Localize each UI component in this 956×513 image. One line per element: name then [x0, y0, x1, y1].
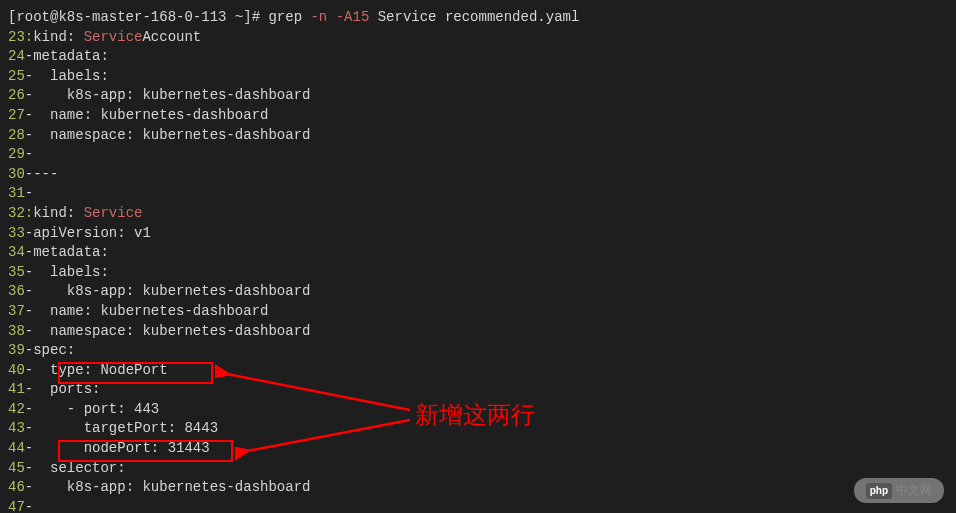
output-line: 33-apiVersion: v1 — [8, 225, 151, 241]
output-line: 45- selector: — [8, 460, 126, 476]
output-line: 43- targetPort: 8443 — [8, 420, 218, 436]
command-flag: -n — [310, 9, 327, 25]
output-line: 27- name: kubernetes-dashboard — [8, 107, 268, 123]
output-line: 25- labels: — [8, 68, 109, 84]
command-flag: -A15 — [336, 9, 370, 25]
output-line: 29- — [8, 146, 33, 162]
output-line: 36- k8s-app: kubernetes-dashboard — [8, 283, 310, 299]
output-line: 23:kind: ServiceAccount — [8, 29, 201, 45]
command-name: grep — [268, 9, 310, 25]
output-line: 38- namespace: kubernetes-dashboard — [8, 323, 310, 339]
output-line: 34-metadata: — [8, 244, 109, 260]
output-line: 40- type: NodePort — [8, 362, 168, 378]
output-line: 31- — [8, 185, 33, 201]
output-line: 46- k8s-app: kubernetes-dashboard — [8, 479, 310, 495]
output-line: 42- - port: 443 — [8, 401, 159, 417]
shell-prompt: [root@k8s-master-168-0-113 ~]# — [8, 9, 268, 25]
terminal-output: [root@k8s-master-168-0-113 ~]# grep -n -… — [8, 8, 948, 513]
watermark: php 中文网 — [854, 478, 944, 503]
output-line: 26- k8s-app: kubernetes-dashboard — [8, 87, 310, 103]
command-args: Service recommended.yaml — [369, 9, 579, 25]
output-line: 24-metadata: — [8, 48, 109, 64]
output-line: 37- name: kubernetes-dashboard — [8, 303, 268, 319]
output-line: 41- ports: — [8, 381, 100, 397]
watermark-text: 中文网 — [896, 482, 932, 499]
output-line: 39-spec: — [8, 342, 75, 358]
annotation-text: 新增这两行 — [415, 398, 535, 432]
output-line: 35- labels: — [8, 264, 109, 280]
watermark-logo: php — [866, 483, 892, 499]
output-line: 47- — [8, 499, 33, 513]
output-line: 30---- — [8, 166, 58, 182]
output-line: 28- namespace: kubernetes-dashboard — [8, 127, 310, 143]
output-line: 44- nodePort: 31443 — [8, 440, 210, 456]
output-line: 32:kind: Service — [8, 205, 142, 221]
